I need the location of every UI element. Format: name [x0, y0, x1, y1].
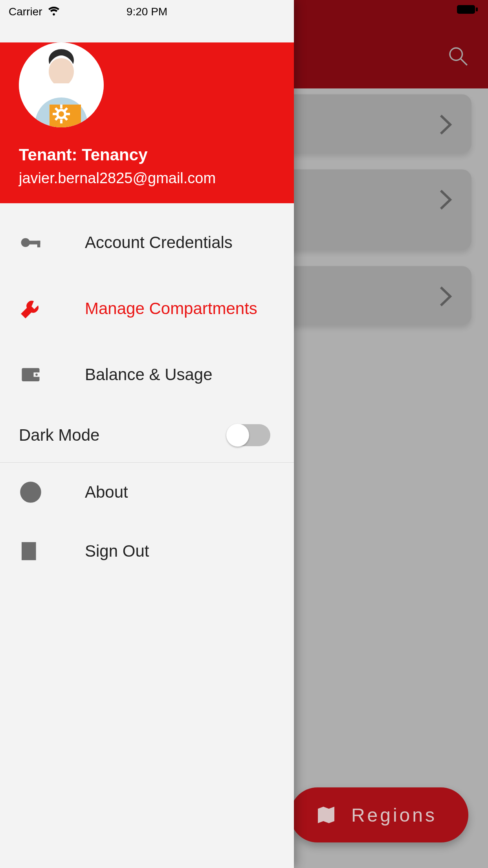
navigation-drawer: Tenant: Tenancy javier.bernal2825@gmail.…: [0, 0, 294, 868]
sign-out-icon: [19, 539, 85, 563]
svg-rect-9: [37, 241, 40, 247]
avatar[interactable]: [19, 42, 104, 127]
sidebar-item-label: Manage Compartments: [85, 299, 257, 318]
sidebar-item-label: About: [85, 483, 128, 502]
map-icon: [315, 804, 337, 826]
toggle-knob: [226, 424, 249, 447]
sidebar-item-label: Account Credentials: [85, 233, 233, 252]
info-icon: [19, 480, 85, 504]
dark-mode-row: Dark Mode: [0, 408, 294, 463]
tenant-label: Tenant: Tenancy: [19, 145, 294, 164]
status-time: 9:20 PM: [127, 6, 167, 18]
sidebar-item-label: Sign Out: [85, 542, 149, 561]
svg-rect-2: [457, 5, 475, 14]
svg-rect-3: [476, 7, 478, 11]
wallet-icon: [19, 363, 85, 386]
wifi-icon: [48, 6, 60, 18]
user-email: javier.bernal2825@gmail.com: [19, 170, 294, 187]
dark-mode-label: Dark Mode: [19, 426, 99, 445]
status-bar: Carrier 9:20 PM: [0, 0, 294, 20]
battery-icon: [457, 4, 479, 15]
wrench-icon: [19, 297, 85, 320]
fab-label: Regions: [351, 804, 437, 826]
svg-point-12: [35, 373, 38, 376]
svg-point-15: [30, 487, 32, 489]
dark-mode-toggle[interactable]: [227, 424, 270, 446]
sidebar-item-sign-out[interactable]: Sign Out: [0, 522, 294, 581]
regions-fab[interactable]: Regions: [290, 787, 468, 842]
sidebar-item-balance-usage[interactable]: Balance & Usage: [0, 342, 294, 408]
drawer-header: Tenant: Tenancy javier.bernal2825@gmail.…: [0, 42, 294, 203]
svg-point-7: [21, 238, 30, 247]
sidebar-item-manage-compartments[interactable]: Manage Compartments: [0, 276, 294, 342]
sidebar-item-label: Balance & Usage: [85, 365, 213, 384]
sidebar-item-account-credentials[interactable]: Account Credentials: [0, 210, 294, 276]
key-icon: [19, 231, 85, 254]
drawer-menu: Account Credentials Manage Compartments …: [0, 203, 294, 581]
carrier-label: Carrier: [9, 6, 42, 18]
sidebar-item-about[interactable]: About: [0, 463, 294, 522]
